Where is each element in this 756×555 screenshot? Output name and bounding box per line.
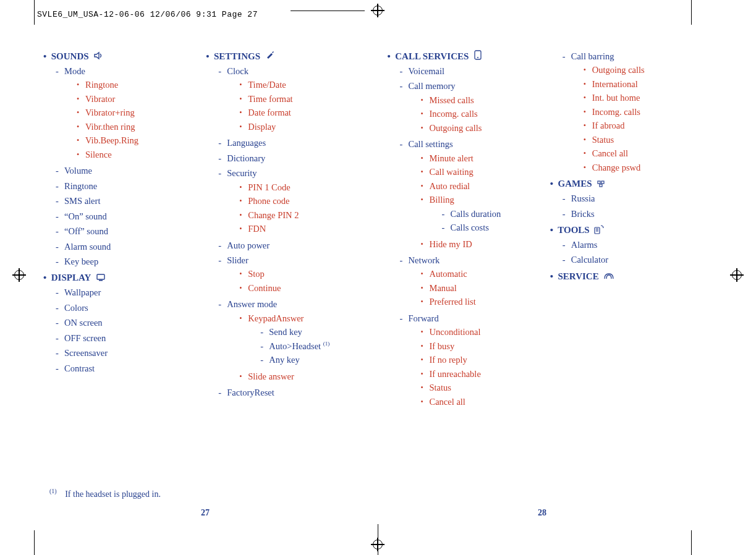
list-item: FDN xyxy=(248,224,266,234)
svg-point-3 xyxy=(477,57,478,58)
list-item: Call settings xyxy=(409,139,453,149)
service-icon xyxy=(603,270,614,284)
footnote-marker: (1) xyxy=(49,488,57,494)
list-item: Ringtone xyxy=(64,181,97,191)
list-item: Minute alert xyxy=(430,153,474,163)
list-item: Incomg. calls xyxy=(592,107,640,117)
crop-line xyxy=(34,530,35,555)
column-3: • CALL SERVICES Voicemail Call memory Mi… xyxy=(369,49,550,530)
list-item: Calculator xyxy=(571,255,608,265)
section-header-sounds: • SOUNDS xyxy=(43,49,200,64)
list-item: Bricks xyxy=(571,209,595,219)
section-header-display: • DISPLAY xyxy=(43,271,200,286)
list-item: Phone code xyxy=(248,196,289,206)
section-header-games: • GAMES xyxy=(550,177,707,192)
list-item: Mode xyxy=(64,66,85,76)
list-item: Status xyxy=(430,383,451,392)
list-item: Auto>Headset xyxy=(269,341,321,351)
svg-rect-6 xyxy=(600,184,602,187)
list-item: Time format xyxy=(248,94,292,104)
page-number-right: 28 xyxy=(538,508,546,518)
tools-icon xyxy=(594,224,605,238)
list-item: Colors xyxy=(64,303,88,313)
list-item: KeypadAnswer xyxy=(248,313,304,323)
list-item: Cancel all xyxy=(592,148,628,158)
list-item: Change PIN 2 xyxy=(248,210,299,220)
list-item: Answer mode xyxy=(227,299,277,309)
list-item: If abroad xyxy=(592,121,625,130)
list-item: Russia xyxy=(571,193,595,203)
list-item: Time/Date xyxy=(248,80,286,90)
list-item: Auto power xyxy=(227,240,270,250)
list-item: Clock xyxy=(227,66,248,76)
settings-icon xyxy=(265,50,275,64)
list-item: Volume xyxy=(64,166,92,176)
list-item: Vib.Beep.Ring xyxy=(85,135,138,145)
list-item: Dictionary xyxy=(227,153,265,163)
list-item: Languages xyxy=(227,138,266,148)
list-item: Date format xyxy=(248,108,291,117)
crop-line xyxy=(34,0,35,25)
svg-rect-0 xyxy=(97,274,104,279)
list-item: PIN 1 Code xyxy=(248,182,290,192)
list-item: Forward xyxy=(409,313,439,323)
list-item: Continue xyxy=(248,283,281,293)
list-item: Billing xyxy=(430,195,454,205)
list-item: Call barring xyxy=(571,51,614,61)
column-4: Call barring Outgoing calls Internationa… xyxy=(550,49,713,530)
page-content: • SOUNDS Mode Ringtone Vibrator Vibrator… xyxy=(43,49,713,530)
list-item: Outgoing calls xyxy=(430,123,482,133)
list-item: Send key xyxy=(269,327,302,337)
list-item: Contrast xyxy=(64,363,95,373)
svg-rect-4 xyxy=(598,181,600,184)
list-item: OFF screen xyxy=(64,333,106,343)
list-item: Silence xyxy=(85,150,112,159)
list-item: Int. but home xyxy=(592,93,640,103)
list-item: “Off” sound xyxy=(64,226,108,236)
list-item: ON screen xyxy=(64,318,103,328)
section-header-settings: • SETTINGS xyxy=(206,49,362,64)
footnote-marker: (1) xyxy=(323,341,330,347)
svg-rect-1 xyxy=(99,280,103,281)
list-item: FactoryReset xyxy=(227,388,274,397)
list-item: Ringtone xyxy=(85,80,118,90)
list-item: Manual xyxy=(430,283,457,293)
list-item: Cancel all xyxy=(430,397,465,407)
list-item: Calls costs xyxy=(451,222,489,232)
list-item: Calls duration xyxy=(451,209,501,219)
crop-line xyxy=(691,0,692,25)
display-icon xyxy=(96,272,106,286)
footnote: (1) If the headset is plugged in. xyxy=(49,488,161,499)
list-item: Any key xyxy=(269,355,300,365)
list-item: Preferred list xyxy=(430,297,476,307)
list-item: Wallpaper xyxy=(64,287,101,297)
registration-mark-left xyxy=(12,268,26,282)
list-item: Vibrator xyxy=(85,94,115,104)
list-item: Security xyxy=(227,168,257,178)
list-item: Vibrator+ring xyxy=(85,108,135,117)
list-item: Automatic xyxy=(430,269,467,279)
list-item: Call waiting xyxy=(430,167,474,177)
list-item: Vibr.then ring xyxy=(85,122,135,132)
print-header-line: SVLE6_UM_USA-12-06-06 12/06/06 9:31 Page… xyxy=(37,10,258,19)
list-item: Auto redial xyxy=(430,181,470,191)
list-item: Stop xyxy=(248,269,265,279)
list-item: Incomg. calls xyxy=(430,109,478,119)
list-item: Status xyxy=(592,135,614,145)
page-number-left: 27 xyxy=(201,508,210,518)
crop-line xyxy=(291,11,365,11)
section-header-call-services: • CALL SERVICES xyxy=(388,49,544,64)
list-item: Key beep xyxy=(64,256,98,266)
list-item: Voicemail xyxy=(409,66,445,76)
sounds-icon xyxy=(93,50,103,64)
svg-rect-5 xyxy=(601,181,604,184)
list-item: Slider xyxy=(227,255,248,265)
list-item: Network xyxy=(409,255,440,265)
section-header-tools: • TOOLS xyxy=(550,223,707,238)
section-header-service: • SERVICE xyxy=(550,269,707,284)
list-item: Slide answer xyxy=(248,371,294,381)
list-item: Outgoing calls xyxy=(592,65,645,75)
list-item: Unconditional xyxy=(430,327,481,337)
list-item: “On” sound xyxy=(64,211,107,221)
games-icon xyxy=(597,178,606,192)
